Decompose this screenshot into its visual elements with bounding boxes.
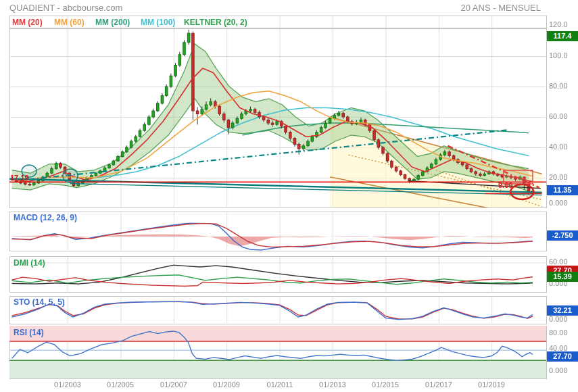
legend-keltner: KELTNER (20, 2)	[184, 18, 247, 27]
badge-macd-last: -2.750	[547, 230, 578, 241]
rsi-ytick-80: 80.00	[549, 328, 578, 337]
xtick-2009: 01/2009	[208, 381, 245, 389]
legend-mm200: MM (200)	[95, 18, 130, 27]
badge-sto-last: 32.21	[547, 305, 578, 316]
xtick-2015: 01/2015	[366, 381, 404, 389]
xtick-2003: 01/2003	[49, 381, 87, 389]
legend-mm100: MM (100)	[141, 18, 175, 27]
rsi-panel-label: RSI (14)	[14, 328, 44, 337]
rsi-ytick-0: 0.000	[549, 366, 578, 374]
legend-mm60: MM (60)	[54, 18, 85, 27]
sto-ytick-0: 0.000	[549, 315, 578, 323]
badge-high-117: 117.4	[547, 31, 578, 41]
main-ytick-120: 120.0	[549, 20, 578, 28]
main-ytick-20: 20.00	[549, 173, 578, 181]
main-ytick-100: 100.0	[549, 51, 578, 59]
badge-last-close: 11.35	[547, 185, 578, 195]
badge-dmi-plus: 15.39	[547, 272, 578, 282]
main-ytick-40: 40.00	[549, 143, 578, 151]
xtick-2019: 01/2019	[473, 381, 510, 389]
main-ytick-80: 80.00	[549, 82, 578, 90]
xtick-2005: 01/2005	[101, 381, 139, 389]
main-ytick-60: 60.00	[549, 112, 578, 120]
support-level-label: 17.19	[10, 174, 29, 182]
period-label: 20 ANS - MENSUEL	[446, 3, 541, 13]
chart-canvas	[0, 0, 578, 392]
xtick-2011: 01/2011	[261, 381, 299, 389]
xtick-2017: 01/2017	[420, 381, 458, 389]
macd-panel-label: MACD (12, 26, 9)	[14, 213, 77, 222]
xtick-2013: 01/2013	[314, 381, 352, 389]
xtick-2007: 01/2007	[155, 381, 193, 389]
dmi-ytick-60: 60.00	[549, 258, 578, 266]
sto-panel-label: STO (14, 5, 5)	[14, 297, 65, 307]
legend-mm20: MM (20)	[12, 18, 43, 27]
dmi-panel-label: DMI (14)	[14, 258, 45, 268]
low-level-label: 9.60	[498, 181, 512, 189]
chart-title: QUADIENT - abcbourse.com	[9, 3, 122, 13]
badge-rsi-last: 27.70	[547, 351, 578, 362]
stock-chart-page: QUADIENT - abcbourse.com 20 ANS - MENSUE…	[0, 0, 578, 392]
main-ytick-0: 0.000	[549, 199, 578, 207]
